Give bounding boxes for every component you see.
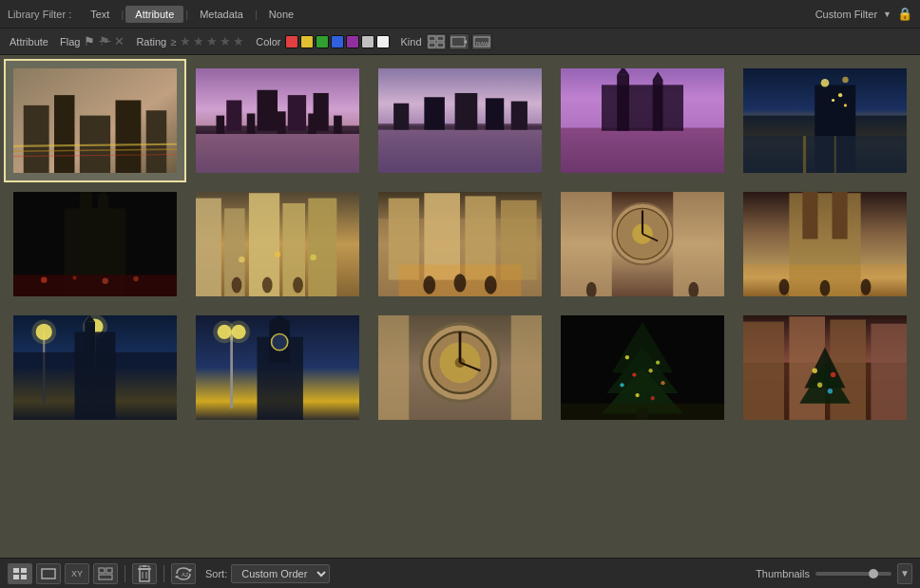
svg-rect-9: [24, 105, 49, 173]
svg-rect-32: [393, 104, 409, 130]
star-5[interactable]: ★: [233, 34, 244, 48]
photo-cell-12[interactable]: [186, 306, 369, 429]
svg-text:RAW: RAW: [476, 41, 489, 47]
photo-thumb-15: [743, 315, 907, 420]
photo-thumb-4: [561, 68, 724, 173]
filter-tab-none[interactable]: None: [259, 6, 303, 23]
photo-cell-7[interactable]: [186, 182, 369, 306]
photo-cell-14[interactable]: [551, 306, 734, 429]
photo-cell-5[interactable]: [734, 59, 916, 182]
svg-point-86: [454, 274, 467, 292]
photo-cell-2[interactable]: [186, 59, 369, 182]
swatch-blue[interactable]: [331, 35, 344, 48]
svg-rect-165: [13, 568, 19, 573]
tab-separator-1: |: [121, 9, 124, 20]
photo-cell-11[interactable]: [4, 306, 186, 429]
svg-rect-27: [288, 95, 306, 131]
star-1[interactable]: ★: [180, 34, 191, 48]
kind-all-btn[interactable]: [426, 33, 447, 50]
svg-point-111: [31, 319, 56, 344]
tab-separator-2: |: [185, 9, 188, 20]
flag-label: Flag: [60, 36, 80, 47]
library-filter-bar: Library Filter : Text | Attribute | Meta…: [0, 0, 920, 28]
svg-marker-58: [80, 192, 92, 193]
svg-rect-39: [602, 85, 683, 130]
photo-cell-13[interactable]: [369, 306, 551, 429]
svg-rect-137: [378, 315, 409, 420]
swatch-white[interactable]: [376, 35, 390, 48]
filter-bar-label: Library Filter :: [8, 9, 71, 20]
svg-rect-33: [424, 97, 445, 129]
toolbar-sep-1: [125, 565, 125, 582]
svg-rect-57: [80, 193, 92, 218]
filter-right-section: Custom Filter ▼ 🔒: [815, 7, 912, 21]
svg-rect-3: [437, 43, 444, 47]
flag-icon-unflagged[interactable]: ⚑: [99, 34, 110, 48]
sort-label: Sort:: [205, 568, 227, 579]
view-grid-button[interactable]: [8, 563, 32, 584]
star-2[interactable]: ★: [193, 34, 204, 48]
svg-rect-0: [429, 36, 435, 41]
svg-rect-100: [802, 192, 817, 239]
photo-grid[interactable]: [0, 55, 920, 558]
svg-rect-172: [99, 575, 112, 579]
rotate-button[interactable]: A Z: [171, 563, 196, 584]
photo-cell-8[interactable]: [369, 182, 551, 306]
svg-rect-36: [511, 102, 527, 130]
svg-rect-171: [106, 568, 112, 573]
svg-rect-22: [278, 111, 286, 134]
star-3[interactable]: ★: [206, 34, 218, 48]
swatch-purple[interactable]: [346, 35, 359, 48]
svg-rect-21: [247, 113, 256, 134]
sort-dropdown[interactable]: Custom Order: [231, 564, 330, 583]
photo-cell-4[interactable]: [551, 59, 734, 182]
photo-thumb-13: [378, 315, 542, 420]
thumbnail-size-slider[interactable]: [815, 572, 891, 576]
custom-filter-chevron[interactable]: ▼: [883, 9, 891, 19]
delete-button[interactable]: [132, 563, 157, 584]
sort-section: Sort: Custom Order: [205, 564, 330, 583]
photo-cell-6[interactable]: [4, 182, 186, 306]
photo-cell-1[interactable]: [4, 59, 186, 182]
panel-chevron-button[interactable]: ▼: [897, 563, 912, 584]
toolbar-sep-2: [163, 565, 164, 582]
view-loupe-button[interactable]: [36, 563, 61, 584]
photo-cell-9[interactable]: [551, 182, 734, 306]
custom-filter-label[interactable]: Custom Filter: [815, 9, 877, 20]
view-survey-button[interactable]: [93, 563, 118, 584]
swatch-gray[interactable]: [361, 35, 374, 48]
svg-point-48: [842, 77, 848, 83]
swatch-red[interactable]: [285, 35, 298, 48]
kind-video-btn[interactable]: [449, 33, 470, 50]
star-4[interactable]: ★: [220, 34, 231, 48]
photo-cell-10[interactable]: [734, 182, 916, 306]
rating-label: Rating: [136, 36, 166, 47]
filter-tab-text[interactable]: Text: [81, 6, 119, 23]
svg-rect-49: [743, 136, 907, 173]
lock-icon[interactable]: 🔒: [897, 7, 912, 21]
svg-point-53: [844, 104, 847, 106]
view-compare-button[interactable]: XY: [65, 563, 89, 584]
attribute-bar-label: Attribute: [10, 36, 48, 47]
flag-icon-rejected[interactable]: ✕: [114, 34, 125, 48]
filter-tab-metadata[interactable]: Metadata: [190, 6, 253, 23]
kind-section: Kind RAW: [401, 33, 492, 50]
swatch-green[interactable]: [316, 35, 329, 48]
photo-thumb-10: [743, 192, 907, 296]
thumbnail-size-handle[interactable]: [869, 569, 878, 579]
photo-thumb-2: [196, 68, 359, 173]
filter-tab-attribute[interactable]: Attribute: [125, 6, 183, 23]
photo-cell-3[interactable]: [369, 59, 551, 182]
flag-icon-flagged[interactable]: ⚑: [84, 34, 95, 48]
svg-point-147: [648, 369, 652, 372]
star-rating-row[interactable]: ★ ★ ★ ★ ★: [180, 34, 244, 48]
color-section: Color: [256, 35, 389, 48]
photo-thumb-11: [13, 315, 177, 420]
svg-rect-155: [743, 322, 784, 420]
kind-raw-btn[interactable]: RAW: [471, 33, 492, 50]
photo-cell-15[interactable]: [734, 306, 916, 429]
svg-point-72: [232, 276, 242, 293]
swatch-yellow[interactable]: [300, 35, 314, 48]
svg-rect-2: [429, 43, 435, 47]
svg-point-76: [275, 252, 280, 257]
